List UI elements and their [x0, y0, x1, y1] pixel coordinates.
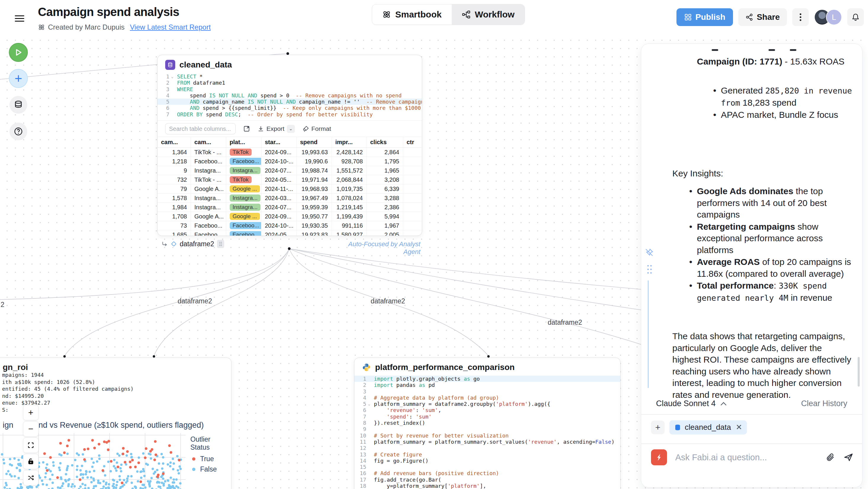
list-item: Generated 285,820 in revenue from 18,283…	[721, 85, 855, 109]
zoom-in-button[interactable]: +	[23, 405, 38, 420]
avatar-letter[interactable]: L	[826, 9, 842, 25]
key-insights-label: Key Insights:	[672, 167, 723, 179]
column-header[interactable]: star...	[261, 137, 296, 148]
table-row[interactable]: 79Google A...Google ...2024-11-...19,968…	[157, 184, 422, 193]
list-item: Average ROAS of top 20 campaigns is 11.8…	[697, 256, 852, 279]
export-options-chevron[interactable]: ⌄	[287, 125, 295, 133]
table-row[interactable]: 73Faceboo...Faceboo...2024-10-...19,930.…	[157, 221, 422, 230]
platform-badge: Faceboo...	[230, 158, 261, 165]
view-smart-report-link[interactable]: View Latest Smart Report	[130, 23, 211, 31]
campaign-detail-list: Generated 285,820 in revenue from 18,283…	[721, 85, 855, 121]
share-button[interactable]: Share	[738, 8, 787, 26]
bell-icon	[851, 13, 860, 21]
table-row[interactable]: 732TikTok - ...TikTok2024-05...19,971.94…	[157, 175, 422, 184]
ask-fabi-input[interactable]	[675, 453, 817, 462]
collaborator-avatars: L	[814, 9, 842, 25]
panel-scrollbar[interactable]	[858, 357, 860, 387]
context-chip-cleaned-data[interactable]: cleaned_data ✕	[669, 420, 747, 434]
legend-item-false[interactable]: False	[192, 465, 231, 473]
chart-legend: Outlier Status True False	[190, 435, 231, 476]
output-dataframe-chip[interactable]: dataframe2	[161, 240, 224, 248]
edge-label: 2	[1, 301, 4, 309]
add-context-button[interactable]: +	[651, 421, 664, 434]
export-button[interactable]: Export ⌄	[257, 125, 295, 133]
shuffle-layout-button[interactable]	[23, 470, 38, 485]
result-table[interactable]: cam...cam...plat...star...spendimpr...cl…	[157, 137, 422, 236]
clipped-text-fragment	[712, 49, 796, 51]
list-item: Google Ads dominates the top performers …	[697, 185, 852, 220]
download-icon	[257, 125, 264, 132]
ai-assistant-panel: Campaign (ID: 1771) - 15.63x ROAS Genera…	[641, 43, 862, 488]
unpin-icon[interactable]	[645, 248, 654, 257]
page-title: Campaign spend analysis	[38, 5, 179, 19]
menu-icon[interactable]	[15, 13, 24, 21]
drag-handle-icon[interactable]	[217, 240, 224, 248]
add-cell-button[interactable]: +	[9, 69, 28, 88]
node-cleaned-data[interactable]: cleaned_data 1⌄SELECT *2 FROM dataframe1…	[157, 55, 422, 236]
sql-cell-icon	[165, 60, 175, 70]
sql-code-editor[interactable]: 1⌄SELECT *2 FROM dataframe13 WHERE4 spen…	[157, 72, 422, 120]
table-row[interactable]: 1,218Faceboo...Faceboo...2024-10-...19,9…	[157, 157, 422, 166]
publish-button[interactable]: Publish	[677, 8, 733, 26]
assistant-summary-paragraph: The data shows that retargeting campaign…	[672, 330, 852, 400]
remove-context-icon[interactable]: ✕	[736, 422, 742, 433]
run-all-button[interactable]	[9, 43, 28, 62]
legend-item-true[interactable]: True	[192, 455, 231, 463]
expand-table-button[interactable]	[243, 125, 250, 132]
share-icon	[745, 13, 753, 21]
fit-view-button[interactable]	[23, 437, 38, 453]
format-button[interactable]: Format	[303, 125, 331, 132]
table-row[interactable]: 1,984Instagra...Instagra...2024-07...19,…	[157, 203, 422, 212]
column-header[interactable]: cam...	[157, 137, 191, 148]
column-header[interactable]: cam...	[191, 137, 226, 148]
platform-badge: Instagra...	[230, 204, 261, 211]
platform-badge: Instagra...	[230, 194, 261, 202]
python-cell-icon	[362, 363, 371, 372]
clear-history-button[interactable]: Clear History	[801, 398, 847, 410]
column-header[interactable]: clicks	[367, 137, 403, 148]
tab-workflow[interactable]: Workflow	[452, 4, 525, 25]
node-title: platform_performance_comparison	[375, 363, 515, 372]
table-row[interactable]: 1,685Faceboo...Faceboo...2024-05...19,92…	[157, 230, 422, 236]
node-platform-performance-comparison[interactable]: platform_performance_comparison 1 import…	[354, 358, 621, 489]
column-header[interactable]: ctr	[403, 137, 422, 148]
return-arrow-icon	[161, 241, 168, 247]
database-icon	[14, 100, 23, 109]
column-header[interactable]: spend	[296, 137, 332, 148]
platform-badge: TikTok	[230, 176, 252, 183]
publish-grid-icon	[684, 13, 692, 21]
table-row[interactable]: 1,578Instagra...Instagra...2024-03...19,…	[157, 193, 422, 203]
list-item: APAC market, Bundle Z focus	[721, 109, 855, 121]
platform-badge: Faceboo...	[230, 222, 261, 229]
sql-table-icon	[674, 424, 681, 431]
column-header[interactable]: impr...	[332, 137, 367, 148]
list-item: Retargeting campaigns show exceptional p…	[697, 221, 852, 256]
canvas-zoom-toolbar: + −	[23, 405, 38, 485]
node-title: gn_roi	[3, 363, 28, 372]
play-icon	[14, 48, 23, 57]
table-row[interactable]: 9Instagra...Instagra...2024-07...19,988.…	[157, 166, 422, 175]
tab-smartbook[interactable]: Smartbook	[372, 4, 452, 25]
panel-drag-handle-icon[interactable]	[646, 264, 653, 275]
platform-badge: Instagra...	[230, 167, 261, 174]
column-header[interactable]: plat...	[226, 137, 261, 148]
attachment-icon[interactable]	[826, 453, 835, 462]
table-row[interactable]: 1,364TikTok - ...TikTok2024-09...19,993.…	[157, 148, 422, 157]
help-icon	[13, 127, 23, 136]
more-menu-button[interactable]	[792, 8, 809, 26]
data-sources-button[interactable]	[9, 96, 27, 114]
notifications-button[interactable]	[847, 8, 864, 26]
model-selector[interactable]: Claude Sonnet 4	[656, 398, 727, 410]
auto-focused-note: Auto-Focused by Analyst Agent	[340, 240, 421, 256]
view-mode-toggle: Smartbook Workflow	[372, 4, 525, 25]
workflow-icon	[462, 10, 471, 19]
search-table-columns-input[interactable]	[165, 123, 236, 134]
zoom-out-button[interactable]: −	[23, 421, 38, 437]
help-button[interactable]	[9, 123, 27, 140]
message-thread-indicator	[648, 280, 649, 388]
lock-canvas-button[interactable]	[23, 454, 38, 469]
table-row[interactable]: 1,708Google A...Google ...2024-09...19,9…	[157, 212, 422, 221]
send-icon[interactable]	[843, 452, 854, 462]
lock-icon	[27, 458, 34, 465]
python-code-editor[interactable]: 1 import plotly.graph_objects as go2 imp…	[354, 374, 620, 489]
